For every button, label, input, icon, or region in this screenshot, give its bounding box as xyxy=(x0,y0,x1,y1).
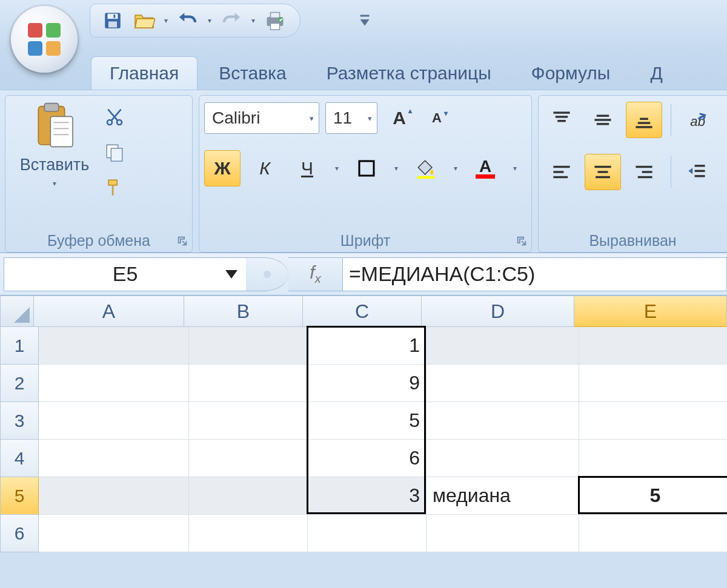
cell-D2[interactable] xyxy=(427,365,579,402)
column-header-A[interactable]: A xyxy=(34,296,184,327)
undo-button[interactable] xyxy=(174,7,202,35)
group-clipboard-title: Буфер обмена xyxy=(5,232,192,249)
underline-dropdown[interactable]: ▾ xyxy=(331,150,342,187)
column-header-D[interactable]: D xyxy=(422,296,574,327)
cell-A4[interactable] xyxy=(39,440,189,477)
formula-input[interactable]: =МЕДИАНА(C1:C5) xyxy=(343,257,727,291)
cell-C3[interactable]: 5 xyxy=(308,402,427,440)
cell-A5[interactable] xyxy=(39,477,189,515)
cell-E4[interactable] xyxy=(579,440,727,477)
underline-button[interactable]: Ч xyxy=(289,150,325,187)
cell-E2[interactable] xyxy=(579,365,727,402)
cell-D5[interactable]: медиана xyxy=(427,477,579,515)
row-header-1[interactable]: 1 xyxy=(0,327,39,365)
format-painter-button[interactable] xyxy=(100,173,129,202)
row-header-5[interactable]: 5 xyxy=(0,477,39,515)
fill-color-button[interactable] xyxy=(408,150,444,187)
decrease-indent-button[interactable] xyxy=(680,154,714,190)
name-box[interactable]: E5 xyxy=(4,257,246,291)
select-all-corner[interactable] xyxy=(0,296,34,327)
font-color-button[interactable]: A xyxy=(467,150,503,187)
redo-button[interactable] xyxy=(217,7,245,35)
row-header-2[interactable]: 2 xyxy=(0,365,39,402)
undo-icon xyxy=(178,12,198,30)
font-name-combo[interactable]: Calibri ▾ xyxy=(204,102,319,134)
open-caret-icon[interactable]: ▾ xyxy=(162,7,170,35)
group-alignment: ab xyxy=(538,95,727,253)
cell-A2[interactable] xyxy=(39,365,189,402)
cell-A1[interactable] xyxy=(39,327,189,365)
cell-C2[interactable]: 9 xyxy=(308,365,427,402)
tab-home[interactable]: Главная xyxy=(91,56,198,90)
align-bottom-button[interactable] xyxy=(626,102,662,138)
row-header-3[interactable]: 3 xyxy=(0,402,39,440)
cell-D3[interactable] xyxy=(427,402,579,440)
border-dropdown[interactable]: ▾ xyxy=(391,150,402,187)
font-launcher[interactable] xyxy=(517,236,528,247)
office-button[interactable] xyxy=(11,6,78,73)
italic-button[interactable]: К xyxy=(247,150,283,187)
font-color-dropdown[interactable]: ▾ xyxy=(510,150,520,187)
cell-E6[interactable] xyxy=(579,515,727,552)
border-icon xyxy=(357,159,376,177)
column-header-E[interactable]: E xyxy=(574,296,727,327)
save-button[interactable] xyxy=(99,7,127,35)
redo-caret-icon[interactable]: ▾ xyxy=(249,7,257,35)
cell-A3[interactable] xyxy=(39,402,189,440)
cells-area[interactable]: 19563медиана5 xyxy=(39,327,727,552)
align-top-button[interactable] xyxy=(543,102,580,138)
chevron-down-icon[interactable] xyxy=(225,270,237,279)
customize-qat-button[interactable] xyxy=(357,12,372,30)
svg-rect-6 xyxy=(108,21,117,27)
cell-C4[interactable]: 6 xyxy=(308,440,427,477)
fx-button[interactable]: fx xyxy=(288,257,343,291)
bold-label: Ж xyxy=(214,158,230,179)
cell-D6[interactable] xyxy=(427,515,579,552)
cell-C1[interactable]: 1 xyxy=(308,327,427,365)
cell-B3[interactable] xyxy=(189,402,308,440)
column-header-C[interactable]: C xyxy=(303,296,422,327)
cut-button[interactable] xyxy=(100,103,129,132)
column-header-B[interactable]: B xyxy=(184,296,303,327)
paste-button[interactable]: Вставить ▾ xyxy=(9,99,100,231)
row-header-4[interactable]: 4 xyxy=(0,440,39,477)
align-right-button[interactable] xyxy=(626,154,662,190)
align-center-button[interactable] xyxy=(585,154,621,190)
align-left-button[interactable] xyxy=(543,154,580,190)
copy-button[interactable] xyxy=(100,138,129,167)
cell-D4[interactable] xyxy=(427,440,579,477)
quick-print-button[interactable] xyxy=(261,7,289,35)
align-middle-button[interactable] xyxy=(585,102,621,138)
fill-color-dropdown[interactable]: ▾ xyxy=(450,150,461,187)
border-button[interactable] xyxy=(348,150,385,187)
tab-pagelayout[interactable]: Разметка страницы xyxy=(308,56,510,90)
bold-button[interactable]: Ж xyxy=(204,150,241,187)
cell-E1[interactable] xyxy=(579,327,727,365)
font-size-combo[interactable]: 11 ▾ xyxy=(325,102,377,134)
cell-B1[interactable] xyxy=(189,327,308,365)
cell-B2[interactable] xyxy=(189,365,308,402)
shrink-font-button[interactable]: A▾ xyxy=(421,102,453,134)
brush-icon xyxy=(104,177,125,198)
orientation-button[interactable]: ab xyxy=(680,102,716,138)
row-header-6[interactable]: 6 xyxy=(0,515,39,552)
cell-B6[interactable] xyxy=(189,515,308,552)
cell-B4[interactable] xyxy=(189,440,308,477)
italic-label: К xyxy=(259,158,270,179)
clipboard-launcher[interactable] xyxy=(178,236,188,247)
cell-A6[interactable] xyxy=(39,515,189,552)
tab-data-partial[interactable]: Д xyxy=(631,56,681,90)
cell-D1[interactable] xyxy=(427,327,579,365)
cell-C6[interactable] xyxy=(308,515,427,552)
paste-dropdown-icon[interactable]: ▾ xyxy=(53,179,56,188)
cell-E5[interactable]: 5 xyxy=(579,477,727,515)
grow-font-button[interactable]: A▴ xyxy=(383,102,415,134)
undo-caret-icon[interactable]: ▾ xyxy=(205,7,214,35)
cell-B5[interactable] xyxy=(189,477,308,515)
tab-formulas[interactable]: Формулы xyxy=(513,56,629,90)
open-button[interactable] xyxy=(130,7,158,35)
decrease-indent-icon xyxy=(686,162,707,182)
cell-E3[interactable] xyxy=(579,402,727,440)
tab-insert[interactable]: Вставка xyxy=(200,56,305,90)
cell-C5[interactable]: 3 xyxy=(308,477,427,515)
